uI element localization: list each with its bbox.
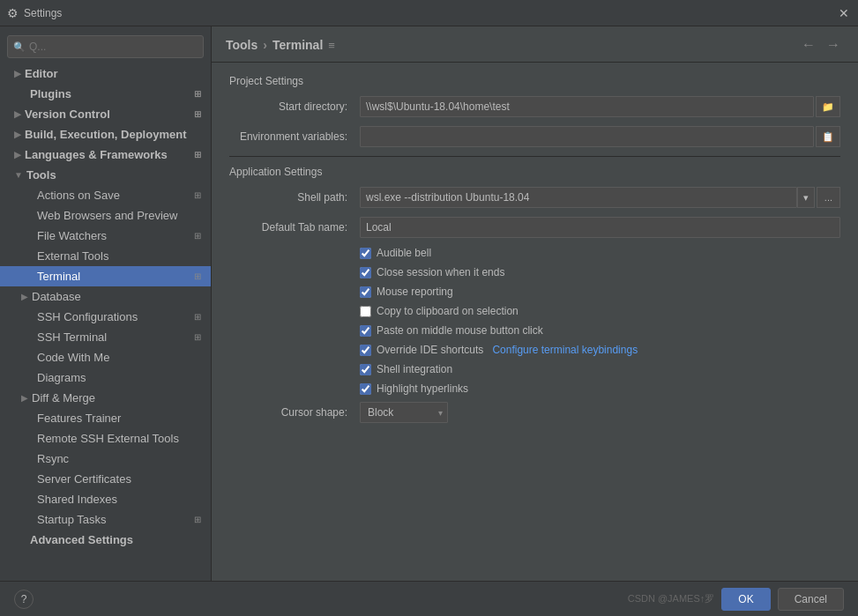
env-variables-edit-btn[interactable]: 📋: [816, 126, 840, 147]
sidebar-item-editor[interactable]: ▶ Editor: [0, 63, 211, 84]
sidebar-item-plugins[interactable]: Plugins ⊞: [0, 84, 211, 104]
sidebar-item-label: Terminal: [37, 270, 80, 283]
sidebar-item-label: Advanced Settings: [30, 533, 133, 546]
shell-path-input[interactable]: [360, 187, 797, 208]
section-divider: [229, 156, 840, 157]
shell-path-label: Shell path:: [229, 191, 353, 204]
sidebar-item-diagrams[interactable]: Diagrams: [0, 367, 211, 388]
chevron-down-icon: ▼: [14, 170, 23, 180]
sidebar-item-rsync[interactable]: Rsync: [0, 449, 211, 469]
paste-middle-label[interactable]: Paste on middle mouse button click: [377, 324, 543, 337]
help-button[interactable]: ?: [14, 590, 34, 609]
search-box[interactable]: 🔍: [7, 35, 204, 58]
forward-button[interactable]: →: [823, 35, 844, 55]
close-session-label[interactable]: Close session when it ends: [377, 266, 504, 278]
sidebar-item-label: Plugins: [30, 87, 71, 100]
audible-bell-label[interactable]: Audible bell: [377, 247, 431, 259]
sidebar-item-label: Diagrams: [37, 371, 86, 384]
checkbox-row-audible-bell: Audible bell: [229, 247, 840, 259]
paste-middle-checkbox[interactable]: [360, 325, 371, 337]
nav-arrows: ← →: [798, 35, 844, 55]
shell-path-dropdown-btn[interactable]: ▾: [797, 187, 815, 208]
app-settings-label: Application Settings: [229, 166, 840, 178]
env-variables-input[interactable]: [360, 126, 814, 147]
shell-integration-checkbox[interactable]: [360, 364, 371, 375]
sidebar-item-label: Startup Tasks: [37, 513, 107, 526]
sidebar-item-version-control[interactable]: ▶ Version Control ⊞: [0, 104, 211, 124]
ok-button[interactable]: OK: [721, 588, 770, 611]
checkbox-row-mouse-reporting: Mouse reporting: [229, 286, 840, 298]
content-area: Tools › Terminal ≡ ← → Project Settings …: [212, 26, 858, 581]
content-header: Tools › Terminal ≡ ← →: [212, 26, 858, 63]
close-session-checkbox[interactable]: [360, 267, 371, 278]
sidebar-item-ssh-conf[interactable]: SSH Configurations ⊞: [0, 307, 211, 327]
sidebar-item-remote-ssh[interactable]: Remote SSH External Tools: [0, 428, 211, 449]
back-button[interactable]: ←: [798, 35, 819, 55]
default-tab-input[interactable]: [360, 217, 840, 238]
sidebar-item-web-browsers[interactable]: Web Browsers and Preview: [0, 205, 211, 226]
ssh-term-icon: ⊞: [191, 331, 204, 344]
sidebar-item-label: External Tools: [37, 249, 108, 263]
sidebar-item-advanced[interactable]: Advanced Settings: [0, 530, 211, 550]
shell-path-more-btn[interactable]: ...: [817, 187, 840, 208]
checkbox-row-override-ide: Override IDE shortcuts Configure termina…: [229, 344, 840, 356]
sidebar-item-code-with-me[interactable]: Code With Me: [0, 347, 211, 367]
search-icon: 🔍: [13, 41, 26, 53]
search-input[interactable]: [29, 41, 198, 53]
sidebar-item-shared-indexes[interactable]: Shared Indexes: [0, 489, 211, 509]
cancel-button[interactable]: Cancel: [778, 588, 844, 611]
cursor-shape-label: Cursor shape:: [229, 406, 353, 419]
override-ide-label[interactable]: Override IDE shortcuts: [377, 344, 483, 356]
terminal-icon: ⊞: [191, 271, 204, 283]
start-directory-input[interactable]: [360, 96, 814, 117]
sidebar-item-label: File Watchers: [37, 229, 107, 242]
sidebar-item-server-certs[interactable]: Server Certificates: [0, 469, 211, 489]
sidebar-item-diff-merge[interactable]: ▶ Diff & Merge: [0, 388, 211, 408]
env-variables-row: Environment variables: 📋: [229, 126, 840, 147]
copy-clipboard-checkbox[interactable]: [360, 306, 371, 317]
sidebar-item-features-trainer[interactable]: Features Trainer: [0, 408, 211, 428]
start-directory-input-wrap: 📁: [360, 96, 840, 117]
copy-clipboard-label[interactable]: Copy to clipboard on selection: [377, 305, 519, 317]
close-button[interactable]: ✕: [837, 6, 851, 20]
sidebar-item-external-tools[interactable]: External Tools: [0, 246, 211, 266]
mouse-reporting-checkbox[interactable]: [360, 286, 371, 298]
highlight-hyperlinks-checkbox[interactable]: [360, 383, 371, 395]
configure-keybindings-link[interactable]: Configure terminal keybindings: [492, 344, 638, 356]
default-tab-row: Default Tab name:: [229, 217, 840, 238]
sidebar-item-ssh-terminal[interactable]: SSH Terminal ⊞: [0, 327, 211, 347]
content-body: Project Settings Start directory: 📁 Envi…: [212, 63, 858, 581]
highlight-hyperlinks-label[interactable]: Highlight hyperlinks: [377, 382, 468, 395]
checkbox-row-highlight-hyperlinks: Highlight hyperlinks: [229, 382, 840, 395]
breadcrumb: Tools › Terminal ≡: [226, 38, 335, 52]
env-variables-label: Environment variables:: [229, 130, 353, 143]
sidebar-item-terminal[interactable]: Terminal ⊞: [0, 266, 211, 286]
default-tab-label: Default Tab name:: [229, 221, 353, 234]
sidebar-item-startup-tasks[interactable]: Startup Tasks ⊞: [0, 509, 211, 530]
shell-integration-label[interactable]: Shell integration: [377, 363, 452, 375]
sidebar-item-label: Languages & Frameworks: [25, 148, 168, 161]
sidebar-item-label: Shared Indexes: [37, 493, 117, 506]
sidebar-item-file-watchers[interactable]: File Watchers ⊞: [0, 226, 211, 246]
sidebar-item-label: Features Trainer: [37, 412, 121, 425]
shell-path-row: Shell path: ▾ ...: [229, 187, 840, 208]
app-icon: ⚙: [7, 6, 19, 20]
sidebar-item-tools[interactable]: ▼ Tools: [0, 165, 211, 185]
shell-path-wrap: ▾ ...: [360, 187, 840, 208]
sidebar-item-database[interactable]: ▶ Database: [0, 286, 211, 307]
override-ide-checkbox[interactable]: [360, 345, 371, 356]
start-directory-row: Start directory: 📁: [229, 96, 840, 117]
sidebar-item-label: SSH Terminal: [37, 330, 107, 344]
audible-bell-checkbox[interactable]: [360, 248, 371, 259]
checkbox-row-shell-integration: Shell integration: [229, 363, 840, 375]
mouse-reporting-label[interactable]: Mouse reporting: [377, 286, 453, 298]
sidebar-item-label: Remote SSH External Tools: [37, 432, 179, 445]
sidebar-item-label: Database: [32, 290, 81, 303]
sidebar-item-actions-on-save[interactable]: Actions on Save ⊞: [0, 185, 211, 205]
sidebar-item-languages[interactable]: ▶ Languages & Frameworks ⊞: [0, 145, 211, 165]
cursor-shape-select[interactable]: Block Underline Vertical: [360, 402, 448, 423]
start-directory-browse-btn[interactable]: 📁: [816, 96, 840, 117]
vcs-icon: ⊞: [191, 108, 204, 121]
sidebar-item-build[interactable]: ▶ Build, Execution, Deployment: [0, 124, 211, 145]
startup-icon: ⊞: [191, 514, 204, 526]
